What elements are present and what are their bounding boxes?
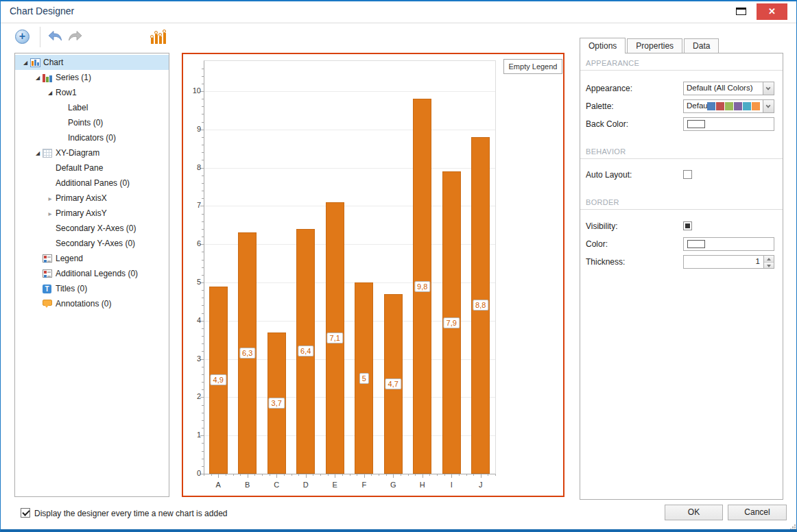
- x-axis-minor-tick: [226, 474, 226, 476]
- y-axis-minor-tick: [202, 137, 204, 138]
- annotation-icon: [43, 302, 55, 306]
- x-axis-label: E: [333, 481, 337, 489]
- add-chart-element-icon[interactable]: +: [15, 29, 29, 44]
- y-axis-minor-tick: [202, 191, 204, 191]
- tree-item-secondary-x-axes[interactable]: Secondary X-Axes (0): [15, 221, 169, 236]
- tab-options[interactable]: Options: [580, 38, 626, 53]
- tree-item-indicators[interactable]: Indicators (0): [15, 130, 169, 145]
- y-axis-minor-tick: [202, 351, 204, 352]
- option-row-palette: Palette:Default: [580, 99, 783, 113]
- tree-item-chart[interactable]: ◢Chart: [15, 55, 169, 70]
- tree-item-label: Secondary X-Axes (0): [55, 223, 136, 233]
- tree-item-primary-axisy[interactable]: ▸Primary AxisY: [15, 206, 169, 221]
- tree-item-label: Row1: [55, 88, 77, 97]
- tree-item-additional-panes[interactable]: Additional Panes (0): [15, 176, 169, 191]
- legend-icon: [43, 254, 55, 263]
- visibility-label: Visibility:: [586, 221, 617, 231]
- x-axis-label: D: [303, 481, 309, 489]
- bar-chart-icon: [30, 58, 43, 67]
- tree-item-annotations[interactable]: Annotations (0): [15, 296, 169, 311]
- spin-down-icon[interactable]: [764, 262, 774, 269]
- empty-legend-box[interactable]: Empty Legend: [503, 59, 562, 74]
- toolbar-separator: [40, 27, 40, 47]
- expand-arrow-icon[interactable]: ◢: [21, 60, 30, 66]
- tree-item-points[interactable]: Points (0): [15, 115, 169, 130]
- bar-value-label: 7,9: [444, 317, 460, 328]
- appearance-label: Appearance:: [586, 84, 632, 93]
- y-axis-label: 4: [183, 316, 201, 324]
- expand-arrow-icon[interactable]: ◢: [33, 150, 43, 156]
- close-button[interactable]: ✕: [757, 3, 787, 20]
- chart-designer-dialog: Chart Designer ✕ + ◢Chart◢Series (1)◢Row…: [0, 0, 797, 532]
- spin-up-icon[interactable]: [764, 256, 774, 262]
- y-axis-minor-tick: [202, 305, 204, 306]
- tree-item-default-pane[interactable]: Default Pane: [15, 160, 169, 176]
- tree-item-xy-diagram[interactable]: ◢XY-Diagram: [15, 145, 169, 160]
- bar-value-label: 3,7: [269, 398, 285, 409]
- tree-item-legend[interactable]: Legend: [15, 251, 169, 266]
- y-axis-minor-tick: [202, 413, 204, 413]
- tree-item-label: Legend: [55, 254, 83, 263]
- expand-arrow-icon[interactable]: ◢: [45, 90, 55, 96]
- x-axis-minor-tick: [284, 474, 285, 476]
- y-axis-minor-tick: [202, 420, 204, 421]
- auto-layout-checkbox[interactable]: [683, 170, 692, 179]
- x-axis-minor-tick: [298, 474, 299, 476]
- tree-item-label: Points (0): [67, 118, 103, 128]
- collapse-arrow-icon[interactable]: ▸: [45, 210, 55, 217]
- appearance-select[interactable]: Default (All Colors): [683, 82, 774, 95]
- bar-value-label: 6,4: [298, 346, 313, 356]
- chart-preview[interactable]: Empty Legend 0123456789104,9A6,3B3,7C6,4…: [182, 53, 564, 497]
- tree-item-primary-axisx[interactable]: ▸Primary AxisX: [15, 191, 169, 206]
- cancel-button[interactable]: Cancel: [728, 505, 787, 520]
- x-axis-minor-tick: [342, 474, 343, 476]
- chevron-down-icon[interactable]: [763, 100, 774, 112]
- y-axis-minor-tick: [202, 221, 204, 222]
- bar-value-label: 6,3: [239, 348, 255, 359]
- group-header-behavior: BEHAVIOR: [580, 147, 783, 159]
- resize-grip[interactable]: [790, 524, 792, 526]
- tree-item-additional-legends[interactable]: Additional Legends (0): [15, 266, 169, 281]
- y-axis-minor-tick: [202, 374, 204, 375]
- maximize-icon[interactable]: [736, 8, 746, 15]
- x-axis-minor-tick: [429, 474, 430, 476]
- thickness-spinner[interactable]: 1: [683, 255, 774, 269]
- title-bar: Chart Designer ✕: [1, 1, 796, 23]
- x-axis-label: H: [420, 481, 425, 489]
- tree-item-label: Additional Legends (0): [55, 269, 138, 278]
- x-axis-label: I: [451, 481, 453, 489]
- option-row-appearance: Appearance:Default (All Colors): [580, 82, 783, 95]
- x-axis-minor-tick: [350, 474, 350, 476]
- visibility-checkbox[interactable]: [683, 221, 692, 230]
- x-axis-label: F: [361, 481, 366, 489]
- tree-item-series[interactable]: ◢Series (1): [15, 70, 169, 85]
- x-axis-minor-tick: [473, 474, 474, 476]
- tab-properties[interactable]: Properties: [627, 38, 682, 53]
- legend-icon: [43, 269, 55, 278]
- chart-type-icon[interactable]: [150, 27, 167, 45]
- ok-button[interactable]: OK: [665, 505, 723, 520]
- y-axis-minor-tick: [202, 290, 204, 291]
- tree-item-secondary-y-axes[interactable]: Secondary Y-Axes (0): [15, 236, 169, 251]
- undo-icon[interactable]: [47, 30, 64, 44]
- tree-item-row1[interactable]: ◢Row1: [15, 85, 169, 100]
- chevron-down-icon[interactable]: [763, 82, 774, 95]
- color-picker[interactable]: [683, 237, 774, 251]
- y-axis-minor-tick: [202, 389, 204, 390]
- tree-item-label[interactable]: Label: [15, 100, 169, 115]
- tree-item-titles[interactable]: TTitles (0): [15, 281, 169, 296]
- y-axis-minor-tick: [202, 428, 204, 428]
- display-designer-checkbox[interactable]: [21, 508, 30, 518]
- y-axis-minor-tick: [202, 160, 204, 160]
- gridline: [204, 91, 495, 92]
- tree-item-label: Chart: [43, 58, 63, 67]
- x-axis-tick: [481, 474, 481, 478]
- back-color-picker[interactable]: [683, 117, 774, 131]
- gridline: [204, 130, 495, 130]
- redo-icon[interactable]: [67, 30, 84, 44]
- x-axis-minor-tick: [357, 474, 357, 476]
- expand-arrow-icon[interactable]: ◢: [33, 75, 43, 81]
- tab-data[interactable]: Data: [684, 38, 719, 53]
- collapse-arrow-icon[interactable]: ▸: [45, 195, 55, 202]
- palette-select[interactable]: Default: [683, 99, 774, 113]
